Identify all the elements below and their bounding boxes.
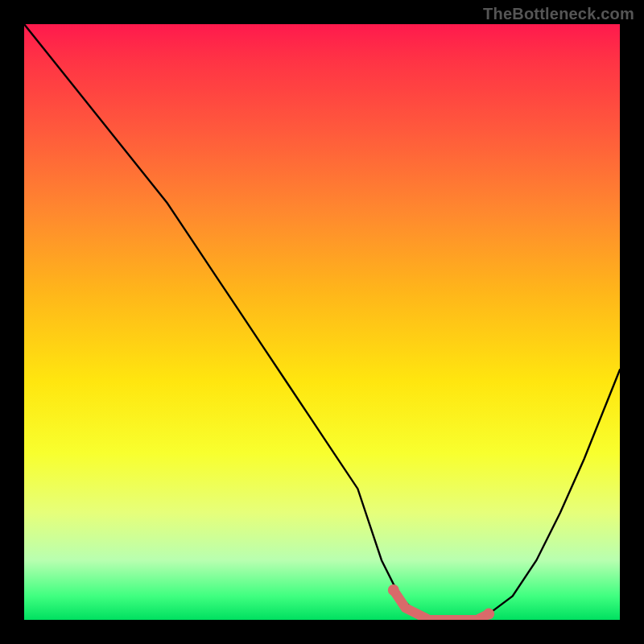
chart-frame [24,24,620,620]
watermark-text: TheBottleneck.com [483,5,634,23]
chart-background-gradient [24,24,620,620]
